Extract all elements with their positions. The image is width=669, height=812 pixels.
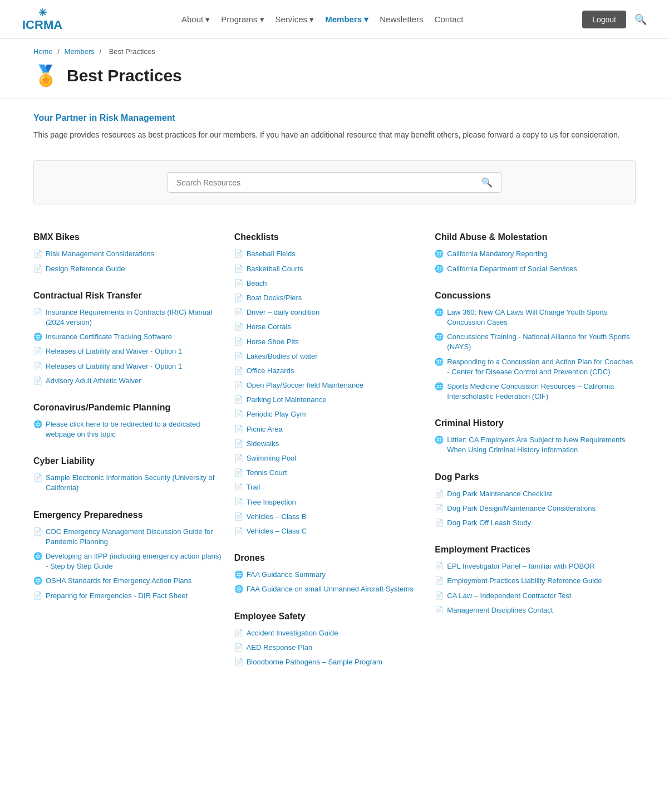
resource-link[interactable]: Horse Corrals	[247, 322, 291, 332]
resource-link[interactable]: Trail	[247, 482, 260, 492]
resource-link[interactable]: Picnic Area	[247, 424, 283, 434]
resource-link[interactable]: California Mandatory Reporting	[447, 249, 547, 259]
resource-link[interactable]: Vehicles – Class B	[247, 512, 307, 522]
resource-link[interactable]: Releases of Liability and Waiver - Optio…	[46, 361, 182, 371]
resource-link[interactable]: Horse Shoe Pits	[247, 337, 299, 347]
resource-item[interactable]: 📄Preparing for Emergencies - DIR Fact Sh…	[33, 591, 223, 601]
resource-item[interactable]: 🌐California Mandatory Reporting	[435, 249, 636, 259]
resource-item[interactable]: 🌐Developing an IIPP (including emergency…	[33, 551, 223, 571]
resource-link[interactable]: Management Disciplines Contact	[447, 605, 553, 615]
breadcrumb-home[interactable]: Home	[33, 47, 53, 56]
resource-link[interactable]: Sidewalks	[247, 439, 279, 449]
nav-members[interactable]: Members ▾	[325, 14, 368, 25]
resource-link[interactable]: Responding to a Concussion and Action Pl…	[447, 357, 636, 377]
resource-item[interactable]: 📄Bloodborne Pathogens – Sample Program	[234, 657, 424, 667]
resource-link[interactable]: Design Reference Guide	[46, 264, 125, 274]
resource-link[interactable]: CA Law – Independent Contractor Test	[447, 591, 571, 601]
resource-link[interactable]: Beach	[247, 278, 267, 288]
resource-item[interactable]: 🌐Sports Medicine Concussion Resources – …	[435, 381, 636, 402]
resource-item[interactable]: 📄Vehicles – Class C	[234, 526, 424, 536]
resource-item[interactable]: 🌐Responding to a Concussion and Action P…	[435, 357, 636, 377]
resource-item[interactable]: 📄Dog Park Maintenance Checklist	[435, 489, 636, 499]
resource-item[interactable]: 📄Beach	[234, 278, 424, 288]
resource-item[interactable]: 🌐Insurance Certificate Tracking Software	[33, 332, 223, 342]
nav-services[interactable]: Services ▾	[276, 14, 314, 25]
resource-link[interactable]: California Department of Social Services	[447, 264, 577, 274]
resource-link[interactable]: Vehicles – Class C	[247, 526, 307, 536]
resource-item[interactable]: 📄Advisory Adult Athletic Waiver	[33, 376, 223, 386]
resource-item[interactable]: 🌐Littler: CA Employers Are Subject to Ne…	[435, 435, 636, 455]
resource-item[interactable]: 📄Horse Shoe Pits	[234, 337, 424, 347]
resource-link[interactable]: Boat Docks/Piers	[247, 293, 302, 303]
resource-link[interactable]: Advisory Adult Athletic Waiver	[46, 376, 141, 386]
resource-item[interactable]: 📄Releases of Liability and Waiver - Opti…	[33, 346, 223, 356]
resource-link[interactable]: Dog Park Design/Maintenance Consideratio…	[447, 503, 596, 513]
search-input[interactable]	[176, 178, 481, 187]
resource-link[interactable]: Driver – daily condition	[247, 307, 320, 317]
nav-contact[interactable]: Contact	[435, 14, 464, 24]
site-logo[interactable]: ✳ ICRMA	[22, 8, 62, 31]
resource-link[interactable]: Baseball Fields	[247, 249, 296, 259]
resource-link[interactable]: Employment Practices Liability Reference…	[447, 576, 602, 586]
resource-link[interactable]: Sports Medicine Concussion Resources – C…	[447, 381, 636, 402]
resource-link[interactable]: Office Hazards	[247, 366, 294, 376]
resource-link[interactable]: Dog Park Off Leash Study	[447, 518, 531, 528]
resource-item[interactable]: 🌐OSHA Standards for Emergency Action Pla…	[33, 576, 223, 586]
resource-item[interactable]: 📄Office Hazards	[234, 366, 424, 376]
resource-link[interactable]: Swimming Pool	[247, 453, 297, 463]
resource-item[interactable]: 📄Boat Docks/Piers	[234, 293, 424, 303]
resource-link[interactable]: Insurance Certificate Tracking Software	[46, 332, 172, 342]
resource-item[interactable]: 📄Dog Park Design/Maintenance Considerati…	[435, 503, 636, 513]
resource-link[interactable]: Developing an IIPP (including emergency …	[46, 551, 223, 571]
resource-link[interactable]: Open Play/Soccer field Maintenance	[247, 380, 363, 390]
resource-link[interactable]: Risk Management Considerations	[46, 249, 154, 259]
resource-item[interactable]: 📄Tennis Court	[234, 468, 424, 478]
resource-link[interactable]: Please click here to be redirected to a …	[46, 419, 223, 439]
resource-item[interactable]: 📄Accident Investigation Guide	[234, 628, 424, 638]
resource-item[interactable]: 🌐Law 360: New CA Laws Will Change Youth …	[435, 307, 636, 327]
search-icon[interactable]: 🔍	[634, 13, 647, 26]
resource-item[interactable]: 📄Sidewalks	[234, 439, 424, 449]
resource-link[interactable]: Sample Electronic Information Security (…	[46, 473, 223, 493]
resource-item[interactable]: 📄EPL Investigator Panel – familiar with …	[435, 561, 636, 571]
resource-item[interactable]: 📄Baseball Fields	[234, 249, 424, 259]
nav-programs[interactable]: Programs ▾	[221, 14, 264, 25]
resource-link[interactable]: AED Response Plan	[247, 643, 313, 653]
resource-item[interactable]: 📄Releases of Liability and Waiver - Opti…	[33, 361, 223, 371]
resource-link[interactable]: Law 360: New CA Laws Will Change Youth S…	[447, 307, 636, 327]
resource-item[interactable]: 🌐Concussions Training - National Allianc…	[435, 332, 636, 352]
resource-item[interactable]: 📄Employment Practices Liability Referenc…	[435, 576, 636, 586]
resource-item[interactable]: 🌐FAA Guidance on small Unmanned Aircraft…	[234, 584, 424, 594]
resource-link[interactable]: Basketball Courts	[247, 264, 303, 274]
resource-link[interactable]: EPL Investigator Panel – familiar with P…	[447, 561, 594, 571]
resource-item[interactable]: 📄Trail	[234, 482, 424, 492]
resource-link[interactable]: FAA Guidance Summary	[247, 570, 326, 580]
resource-item[interactable]: 📄Sample Electronic Information Security …	[33, 473, 223, 493]
resource-item[interactable]: 📄Periodic Play Gym	[234, 409, 424, 419]
resource-item[interactable]: 📄Swimming Pool	[234, 453, 424, 463]
resource-link[interactable]: Periodic Play Gym	[247, 409, 306, 419]
resource-link[interactable]: Tennis Court	[247, 468, 287, 478]
resource-link[interactable]: Accident Investigation Guide	[247, 628, 338, 638]
resource-item[interactable]: 📄AED Response Plan	[234, 643, 424, 653]
resource-item[interactable]: 📄Insurance Requirements in Contracts (IR…	[33, 307, 223, 327]
resource-link[interactable]: FAA Guidance on small Unmanned Aircraft …	[247, 584, 414, 594]
resource-link[interactable]: Tree Inspection	[247, 497, 296, 507]
resource-item[interactable]: 📄Vehicles – Class B	[234, 512, 424, 522]
resource-item[interactable]: 📄Horse Corrals	[234, 322, 424, 332]
resource-item[interactable]: 📄Risk Management Considerations	[33, 249, 223, 259]
resource-item[interactable]: 📄Driver – daily condition	[234, 307, 424, 317]
resource-item[interactable]: 📄Management Disciplines Contact	[435, 605, 636, 615]
resource-link[interactable]: Insurance Requirements in Contracts (IRI…	[46, 307, 223, 327]
resource-item[interactable]: 📄Design Reference Guide	[33, 264, 223, 274]
resource-link[interactable]: CDC Emergency Management Discussion Guid…	[46, 527, 223, 547]
resource-item[interactable]: 📄Tree Inspection	[234, 497, 424, 507]
resource-link[interactable]: Preparing for Emergencies - DIR Fact She…	[46, 591, 188, 601]
resource-item[interactable]: 📄Parking Lot Maintenance	[234, 395, 424, 405]
resource-item[interactable]: 📄Dog Park Off Leash Study	[435, 518, 636, 528]
resource-item[interactable]: 🌐FAA Guidance Summary	[234, 570, 424, 580]
resource-item[interactable]: 📄Basketball Courts	[234, 264, 424, 274]
resource-item[interactable]: 🌐Please click here to be redirected to a…	[33, 419, 223, 439]
resource-item[interactable]: 📄Open Play/Soccer field Maintenance	[234, 380, 424, 390]
resource-link[interactable]: Lakes/Bodies of water	[247, 351, 318, 361]
